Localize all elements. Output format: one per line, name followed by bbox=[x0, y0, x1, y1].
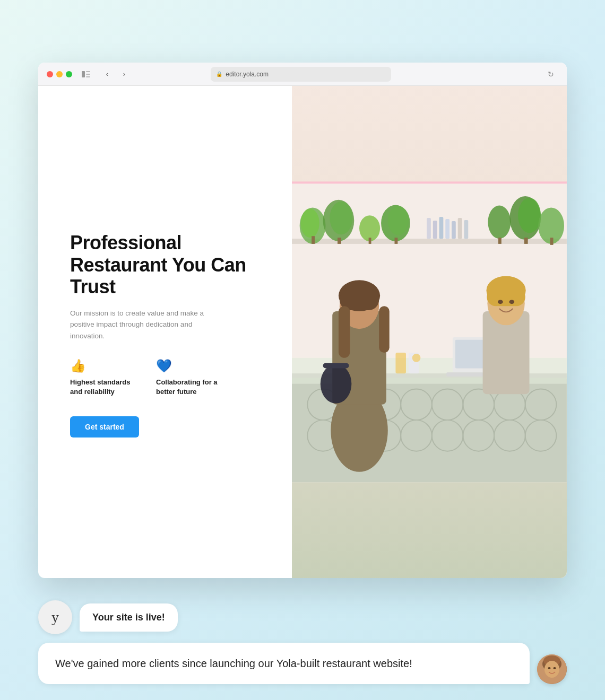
svg-rect-73 bbox=[292, 182, 567, 182]
feature-label-2: Collaborating for a better future bbox=[156, 378, 225, 397]
svg-rect-63 bbox=[379, 306, 390, 353]
heart-icon: 💙 bbox=[156, 358, 225, 373]
svg-point-12 bbox=[359, 215, 380, 241]
svg-rect-0 bbox=[82, 71, 85, 77]
svg-rect-11 bbox=[338, 238, 341, 244]
browser-toolbar: ‹ › 🔒 editor.yola.com ↻ bbox=[38, 63, 567, 86]
browser-content: Professional Restaurant You Can Trust Ou… bbox=[38, 86, 567, 578]
svg-rect-21 bbox=[452, 221, 456, 239]
svg-rect-13 bbox=[369, 238, 371, 244]
restaurant-scene bbox=[292, 86, 567, 578]
svg-rect-20 bbox=[445, 219, 450, 239]
svg-rect-65 bbox=[323, 363, 349, 369]
thumbs-up-icon: 👍 bbox=[70, 358, 139, 373]
lock-icon: 🔒 bbox=[216, 71, 222, 77]
svg-rect-69 bbox=[487, 288, 525, 306]
svg-point-27 bbox=[518, 198, 541, 233]
svg-rect-8 bbox=[312, 236, 315, 244]
sidebar-toggle-icon[interactable] bbox=[79, 67, 93, 82]
svg-point-79 bbox=[554, 667, 556, 669]
svg-rect-30 bbox=[550, 238, 554, 245]
feature-item-1: 👍 Highest standards and reliability bbox=[70, 358, 139, 397]
chat-message-top: y Your site is live! bbox=[38, 600, 567, 634]
svg-point-78 bbox=[548, 667, 551, 669]
svg-rect-28 bbox=[524, 238, 528, 244]
close-button[interactable] bbox=[47, 71, 53, 77]
reload-button[interactable]: ↻ bbox=[543, 67, 558, 82]
svg-rect-62 bbox=[339, 306, 350, 358]
svg-point-56 bbox=[412, 354, 421, 362]
right-panel bbox=[292, 86, 567, 578]
user-avatar bbox=[537, 654, 567, 684]
url-text: editor.yola.com bbox=[226, 71, 269, 78]
message-bottom-text: We've gained more clients since launchin… bbox=[55, 658, 412, 669]
svg-point-24 bbox=[488, 206, 511, 239]
address-bar[interactable]: 🔒 editor.yola.com bbox=[211, 67, 391, 82]
yola-logo: y bbox=[38, 600, 72, 634]
traffic-lights bbox=[47, 71, 72, 77]
feature-label-1: Highest standards and reliability bbox=[70, 378, 139, 397]
svg-rect-3 bbox=[86, 76, 90, 77]
chat-bubble-bottom: We've gained more clients since launchin… bbox=[38, 643, 530, 684]
maximize-button[interactable] bbox=[66, 71, 72, 77]
chat-message-bottom: We've gained more clients since launchin… bbox=[38, 643, 567, 684]
svg-rect-54 bbox=[396, 353, 407, 373]
get-started-button[interactable]: Get started bbox=[70, 416, 139, 438]
navigation-controls: ‹ › bbox=[100, 67, 132, 82]
svg-rect-23 bbox=[464, 220, 469, 239]
svg-point-70 bbox=[498, 300, 503, 304]
features-row: 👍 Highest standards and reliability 💙 Co… bbox=[70, 358, 265, 397]
svg-point-64 bbox=[321, 364, 352, 404]
minimize-button[interactable] bbox=[56, 71, 63, 77]
svg-rect-22 bbox=[458, 218, 462, 239]
message-top-text: Your site is live! bbox=[92, 612, 165, 623]
svg-rect-18 bbox=[433, 221, 437, 239]
svg-rect-16 bbox=[395, 238, 398, 244]
svg-rect-19 bbox=[439, 217, 444, 239]
left-panel: Professional Restaurant You Can Trust Ou… bbox=[38, 86, 292, 578]
hero-subtitle: Our mission is to create value and make … bbox=[70, 308, 219, 342]
chat-area: y Your site is live! We've gained more c… bbox=[38, 600, 567, 684]
svg-rect-1 bbox=[86, 71, 90, 72]
svg-point-77 bbox=[544, 661, 559, 678]
svg-rect-17 bbox=[427, 218, 431, 239]
svg-rect-2 bbox=[86, 74, 90, 75]
chat-bubble-top: Your site is live! bbox=[80, 603, 178, 632]
back-button[interactable]: ‹ bbox=[100, 67, 115, 82]
browser-window: ‹ › 🔒 editor.yola.com ↻ Professional Res… bbox=[38, 63, 567, 578]
feature-item-2: 💙 Collaborating for a better future bbox=[156, 358, 225, 397]
svg-point-7 bbox=[301, 208, 319, 238]
forward-button[interactable]: › bbox=[117, 67, 132, 82]
svg-rect-25 bbox=[498, 238, 502, 244]
svg-point-15 bbox=[388, 206, 409, 235]
hero-title: Professional Restaurant You Can Trust bbox=[70, 232, 265, 298]
logo-letter: y bbox=[51, 609, 59, 626]
svg-point-71 bbox=[509, 300, 515, 304]
svg-point-10 bbox=[330, 202, 352, 235]
restaurant-illustration bbox=[292, 86, 567, 578]
